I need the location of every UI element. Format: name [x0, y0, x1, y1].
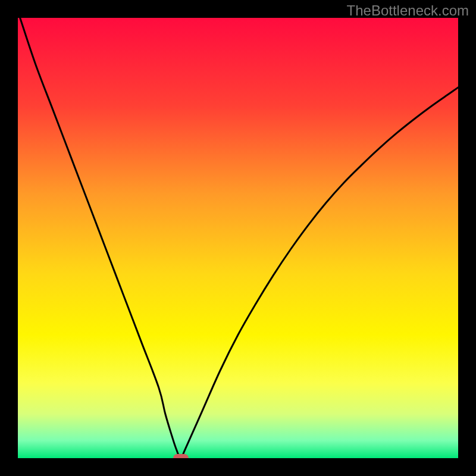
watermark-text: TheBottleneck.com [347, 2, 469, 19]
optimal-marker [173, 454, 189, 458]
plot-area [18, 18, 458, 458]
curve-line [18, 18, 458, 458]
chart-container: TheBottleneck.com [0, 0, 476, 476]
